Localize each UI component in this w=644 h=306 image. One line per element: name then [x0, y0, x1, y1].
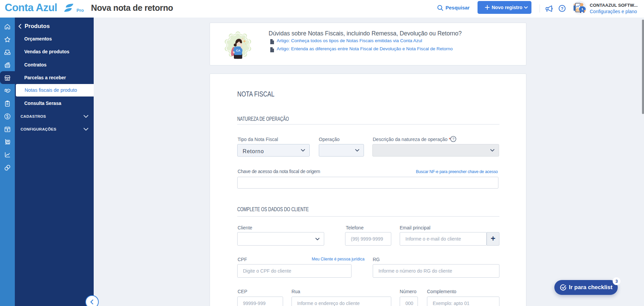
svg-text:?: ?: [452, 137, 454, 141]
svg-text:$: $: [581, 7, 583, 11]
svg-text:CA: CA: [236, 49, 240, 52]
svg-text:?: ?: [561, 6, 563, 11]
